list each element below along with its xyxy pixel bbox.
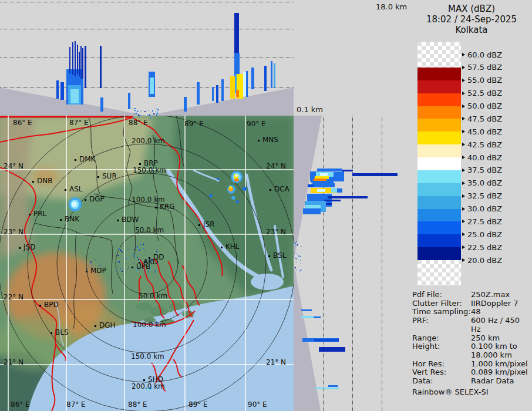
echo-speckle <box>156 113 156 113</box>
city-dot <box>95 325 96 327</box>
echo-speckle <box>144 273 144 274</box>
echo-bar <box>216 85 218 103</box>
colorbar-label-text: 45.0 dBZ <box>467 127 502 136</box>
echo-speckle <box>147 114 149 116</box>
metadata-row: Hor Res:1.000 km/pixel <box>412 360 531 369</box>
city-label: SUR <box>102 172 117 180</box>
metadata-row: Vert Res:0.089 km/pixel <box>412 368 531 377</box>
city-label: BNK <box>65 215 79 223</box>
tick-arrow-icon <box>462 181 465 185</box>
colorbar-band <box>417 93 461 106</box>
echo-speckle <box>95 260 96 260</box>
colorbar-label-text: 22.5 dBZ <box>467 243 502 252</box>
city-label: KRG <box>160 203 175 211</box>
software-credit: Rainbow® SELEX-SI <box>412 388 531 397</box>
echo-speckle <box>133 252 133 253</box>
colorbar-label-text: 60.0 dBZ <box>467 50 502 59</box>
echo-speckle <box>89 267 89 267</box>
city-label: BDW <box>122 215 139 224</box>
echo-speckle <box>300 257 301 257</box>
city-dot <box>86 271 87 272</box>
echo-speckle <box>134 246 134 247</box>
echo-speckle <box>157 250 158 250</box>
radar-display: 18.0 km 0.1 km MAX (dBZ) 18:02 / 24-Sep-… <box>0 0 532 411</box>
city-dot <box>39 305 41 306</box>
metadata-value: 48 <box>471 308 481 316</box>
metadata-row: Pdf File:250Z.max <box>412 291 531 299</box>
city-label: JSD <box>23 243 35 251</box>
echo-speckle <box>122 271 123 272</box>
echo-speckle <box>122 252 123 253</box>
range-ring-label: 50.0 km <box>139 292 167 300</box>
city-dot <box>117 220 119 221</box>
metadata-row: Range:250 km <box>412 334 531 343</box>
colorbar-label-text: 30.0 dBZ <box>467 204 502 213</box>
echo-bar <box>212 87 214 101</box>
colorbar-label-text: 37.5 dBZ <box>467 166 502 174</box>
colorbar-label-text: 25.0 dBZ <box>467 230 502 239</box>
city-label: MNS <box>262 136 278 144</box>
echo-speckle <box>128 267 129 268</box>
echo-speckle <box>296 241 297 242</box>
colorbar-band <box>417 68 461 80</box>
echo-speckle <box>139 115 140 116</box>
metadata-value: 18.000 km <box>471 351 512 360</box>
echo-speckle <box>92 264 92 264</box>
station-name: Kolkata <box>411 25 532 35</box>
colorbar-label: 32.5 dBZ <box>462 192 502 200</box>
echo-bar <box>264 66 267 91</box>
echo-speckle <box>155 112 156 112</box>
colorbar-label: 30.0 dBZ <box>462 205 502 213</box>
echo-blob <box>229 186 232 188</box>
height-max-label: 18.0 km <box>376 2 407 11</box>
echo-speckle <box>134 267 135 267</box>
colorbar-label-text: 40.0 dBZ <box>467 153 502 162</box>
city-dot <box>97 176 99 178</box>
echo-speckle <box>144 271 144 272</box>
city-dot <box>19 247 21 249</box>
echo-bar <box>150 78 154 94</box>
echo-speckle <box>130 250 130 250</box>
metadata-value: IIRDoppler 7 <box>471 299 518 308</box>
cross-section-top-panel <box>0 0 294 116</box>
lon-label: 88° E <box>129 119 148 127</box>
echo-speckle <box>295 243 296 244</box>
metadata-label: PRF: <box>412 316 471 333</box>
lat-label: 22° N <box>4 293 23 301</box>
echo-speckle <box>121 251 122 252</box>
echo-bar <box>314 316 321 318</box>
echo-bar <box>197 82 200 105</box>
echo-bar <box>328 385 338 387</box>
echo-speckle <box>297 245 297 246</box>
echo-speckle <box>158 109 159 110</box>
colorbar-band <box>417 183 461 196</box>
city-label: PRL <box>33 210 46 218</box>
colorbar-label-text: 27.5 dBZ <box>467 217 502 226</box>
echo-blob <box>209 194 213 197</box>
echo-speckle <box>154 109 155 109</box>
echo-speckle <box>129 258 129 259</box>
city-label: DCA <box>274 185 289 193</box>
metadata-row: Time sampling:48 <box>412 308 531 316</box>
echo-blob <box>72 201 77 207</box>
echo-speckle <box>134 113 135 114</box>
echo-bar <box>315 388 339 389</box>
city-dot <box>270 189 271 191</box>
echo-bar <box>246 71 248 97</box>
metadata-value: 600 Hz / 450 Hz <box>471 316 531 333</box>
echo-speckle <box>137 257 138 258</box>
lon-label: 86° E <box>13 119 32 127</box>
echo-speckle <box>137 247 138 248</box>
echo-speckle <box>90 261 92 262</box>
metadata-row: Clutter Filter:IIRDoppler 7 <box>412 299 531 308</box>
lat-label: 24° N <box>4 162 23 170</box>
echo-speckle <box>143 244 144 245</box>
echo-blob <box>235 174 238 177</box>
echo-bar <box>221 79 224 101</box>
echo-bar <box>60 82 64 100</box>
colorbar-band <box>417 221 461 234</box>
colorbar-label: 57.5 dBZ <box>462 63 502 72</box>
city-dot <box>65 189 66 191</box>
echo-bar <box>251 68 254 89</box>
echo-speckle <box>115 247 116 247</box>
